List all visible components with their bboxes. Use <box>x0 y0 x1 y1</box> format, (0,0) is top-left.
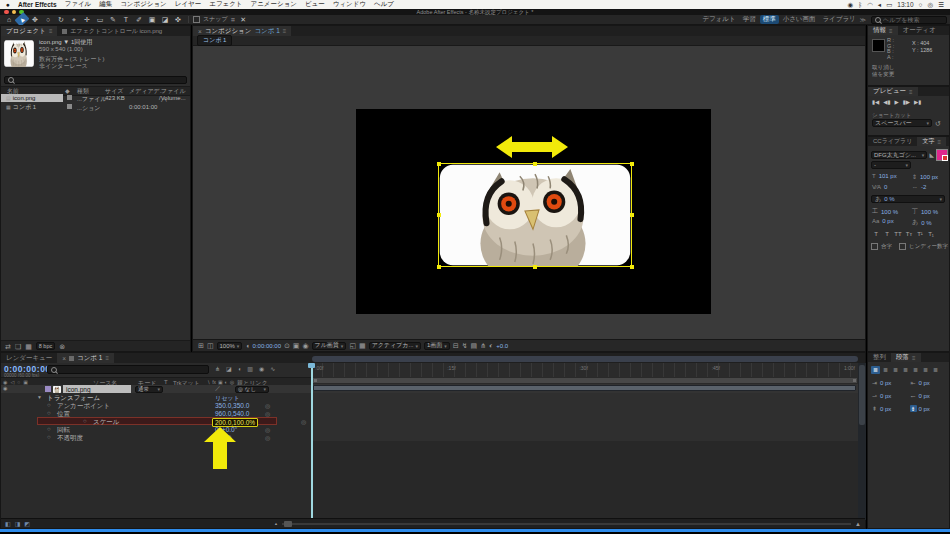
frame-blend-icon[interactable]: ▥ <box>247 366 253 372</box>
wifi-icon[interactable]: ◠ <box>867 1 873 9</box>
timeline-button-icon[interactable]: ▤ <box>471 342 478 349</box>
transparency-grid-icon[interactable]: ▦ <box>359 342 366 349</box>
tab-preview[interactable]: プレビュー≡ <box>868 87 918 96</box>
workspace-tab[interactable]: デフォルト <box>699 15 738 24</box>
fill-color-swatch[interactable] <box>936 149 948 161</box>
home-tool[interactable]: ⌂ <box>3 15 15 24</box>
display-icon[interactable]: ◉ <box>848 1 854 9</box>
tab-render-queue[interactable]: レンダーキュー <box>1 353 57 363</box>
puppet-pin-tool[interactable]: ✜ <box>172 15 184 24</box>
graph-editor-icon[interactable]: ∿ <box>270 366 275 372</box>
font-style-dropdown[interactable]: -▾ <box>871 161 911 169</box>
mini-flowchart-icon[interactable]: ⋔ <box>215 366 220 372</box>
motion-blur-icon[interactable]: ◉ <box>259 366 264 372</box>
stopwatch-icon[interactable]: ○ <box>47 426 51 432</box>
layer-row[interactable]: ◉ icon.png 通常▾ ／ ◎なし▾ <box>1 385 311 393</box>
column-label-icon[interactable]: ◆ <box>65 87 70 94</box>
snap-toggle[interactable]: スナップ <box>193 15 228 24</box>
region-of-interest-icon[interactable]: ◱ <box>349 342 356 349</box>
property-value[interactable]: 350.0,350.0 <box>215 402 249 409</box>
tab-cc-libraries[interactable]: CCライブラリ <box>868 137 917 146</box>
interpret-footage-icon[interactable]: ⇄ <box>5 343 11 350</box>
transform-property-row[interactable]: ○ 位置 960.0,540.0 ◎ <box>1 409 311 417</box>
resize-handle[interactable] <box>533 265 537 269</box>
transform-property-row[interactable]: ○ 回転 0x+0.0° ◎ <box>1 425 311 433</box>
tab-paragraph[interactable]: 段落≡ <box>891 353 921 362</box>
selected-layer-bounding-box[interactable] <box>438 163 632 267</box>
faux-style-button[interactable]: Tт <box>904 231 914 237</box>
new-folder-icon[interactable]: ❏ <box>15 343 21 350</box>
camera-view-dropdown[interactable]: アクティブカ...▾ <box>369 342 421 350</box>
delete-icon[interactable]: ⊗ <box>59 343 65 350</box>
paragraph-field[interactable]: ⇤0 px <box>910 379 949 386</box>
bit-depth-button[interactable]: 8 bpc <box>36 342 55 350</box>
zoom-tool[interactable]: ○ <box>42 15 54 24</box>
shortcut-dropdown[interactable]: スペースバー▾ <box>872 119 932 127</box>
workspace-tab[interactable]: ライブラリ <box>819 15 858 24</box>
pen-tool[interactable]: ✎ <box>107 15 119 24</box>
fast-previews-icon[interactable]: ↯ <box>462 342 468 349</box>
align-left-button[interactable]: ≣ <box>871 366 880 374</box>
twirl-down-icon[interactable]: ▼ <box>37 394 42 400</box>
camera-tool[interactable]: ⌖ <box>68 15 80 24</box>
zoom-slider-handle[interactable] <box>284 521 292 527</box>
vertical-scale-field[interactable]: 工100 % <box>871 207 898 216</box>
hindi-digits-checkbox[interactable] <box>899 243 906 250</box>
resize-handle[interactable] <box>630 213 634 217</box>
layer-duration-bar[interactable] <box>313 385 856 391</box>
rotation-tool[interactable]: ↻ <box>55 15 67 24</box>
brush-tool[interactable]: ✐ <box>133 15 145 24</box>
tsume-dropdown[interactable]: あ0 %▾ <box>871 195 945 203</box>
font-size-field[interactable]: T101 px <box>871 173 897 179</box>
transform-property-row[interactable]: ○ スケール 200.0,100.0% ◎ <box>37 417 277 425</box>
mask-visibility-icon[interactable]: ◖ <box>245 342 249 349</box>
expand-transfer-controls-icon[interactable]: ◨ <box>15 521 21 527</box>
hide-shy-icon[interactable]: ◖ <box>238 366 242 372</box>
snap-options-icon[interactable]: ✕ <box>239 15 248 24</box>
faux-style-button[interactable]: T <box>882 231 892 237</box>
parent-link-dropdown[interactable]: ◎なし▾ <box>235 386 269 393</box>
faux-style-button[interactable]: T <box>871 231 881 237</box>
kerning-field[interactable]: V∕A0 <box>871 184 887 190</box>
faux-style-button[interactable]: T¹ <box>915 231 925 237</box>
viewer-timecode[interactable]: 0:00:00:00 <box>253 343 281 349</box>
time-ruler[interactable]: :00f :15f :30f :45f 1:00f <box>312 363 858 378</box>
pickwhip-icon[interactable]: ◎ <box>265 410 270 417</box>
resize-handle[interactable] <box>630 162 634 166</box>
eyedropper-icon[interactable]: ◣ <box>929 152 934 158</box>
help-search-input[interactable] <box>883 17 943 23</box>
paragraph-field[interactable]: ⇥0 px <box>871 379 910 386</box>
project-item-row[interactable]: ▦コンポ 1 ...ション 0:00:01:00 <box>1 103 189 112</box>
work-area-bar[interactable] <box>312 377 858 384</box>
paragraph-field[interactable]: ⇞0 px <box>871 405 910 412</box>
reset-preview-icon[interactable]: ↺ <box>935 120 941 127</box>
eraser-tool[interactable]: ◪ <box>159 15 171 24</box>
shape-tool[interactable]: ▭ <box>94 15 106 24</box>
workspace-tab[interactable]: 標準 <box>760 15 779 24</box>
apple-menu-icon[interactable]: ● <box>6 1 10 8</box>
expand-in-out-icon[interactable]: ◩ <box>24 521 30 527</box>
show-channel-icon[interactable]: ◉ <box>302 342 308 349</box>
panel-menu-icon[interactable]: ≡ <box>49 28 53 34</box>
help-search-box[interactable] <box>871 16 947 24</box>
faux-style-button[interactable]: T₁ <box>926 231 936 237</box>
timeline-search-input[interactable] <box>59 367 205 373</box>
proportional-spacing-field[interactable]: あ0 % <box>911 218 931 227</box>
tab-audio[interactable]: オーディオ <box>898 26 941 35</box>
workspace-tab[interactable]: 小さい画面 <box>780 15 819 24</box>
footage-thumbnail[interactable] <box>4 40 34 67</box>
resize-handle[interactable] <box>437 213 441 217</box>
tab-info[interactable]: 情報≡ <box>868 26 898 35</box>
resize-handle[interactable] <box>437 265 441 269</box>
tracking-field[interactable]: ⇔-2 <box>911 184 926 190</box>
font-family-dropdown[interactable]: DFG太丸ゴシ...▾ <box>871 151 927 159</box>
faux-style-button[interactable]: TT <box>893 231 903 237</box>
notification-center-icon[interactable]: ☰ <box>938 1 944 9</box>
align-center-button[interactable]: ≣ <box>881 366 890 374</box>
project-search-input[interactable] <box>16 77 183 83</box>
tab-align[interactable]: 整列 <box>868 353 891 362</box>
panel-menu-icon[interactable]: ≡ <box>105 355 109 361</box>
grid-and-guides-icon[interactable]: ⊞ <box>198 342 204 349</box>
hand-tool[interactable]: ✥ <box>29 15 41 24</box>
type-tool[interactable]: T <box>120 15 132 24</box>
